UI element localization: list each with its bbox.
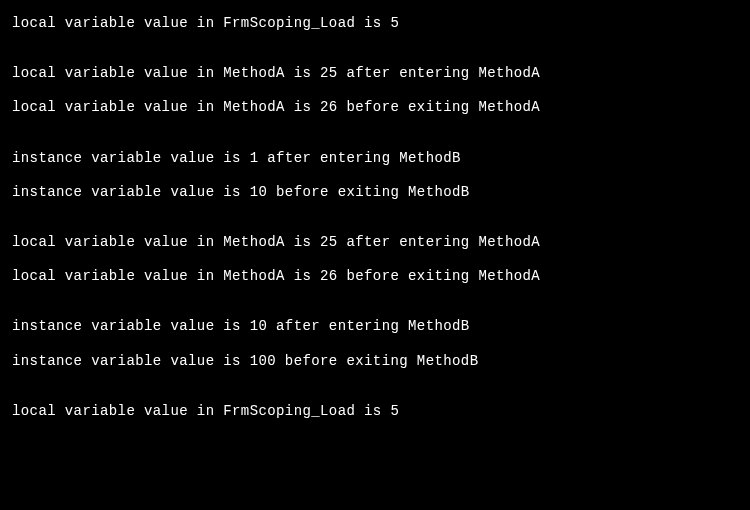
blank-gap <box>12 285 738 317</box>
blank-gap <box>12 32 738 64</box>
console-line: local variable value in FrmScoping_Load … <box>12 402 738 420</box>
console-line: local variable value in FrmScoping_Load … <box>12 14 738 32</box>
console-line: instance variable value is 10 before exi… <box>12 183 738 201</box>
console-line: instance variable value is 1 after enter… <box>12 149 738 167</box>
console-line: local variable value in MethodA is 26 be… <box>12 267 738 285</box>
console-line: instance variable value is 10 after ente… <box>12 317 738 335</box>
blank-gap <box>12 370 738 402</box>
blank-gap <box>12 167 738 183</box>
blank-gap <box>12 251 738 267</box>
blank-gap <box>12 82 738 98</box>
blank-gap <box>12 117 738 149</box>
blank-gap <box>12 336 738 352</box>
console-line: local variable value in MethodA is 25 af… <box>12 64 738 82</box>
console-line: local variable value in MethodA is 25 af… <box>12 233 738 251</box>
console-line: instance variable value is 100 before ex… <box>12 352 738 370</box>
blank-gap <box>12 201 738 233</box>
console-line: local variable value in MethodA is 26 be… <box>12 98 738 116</box>
